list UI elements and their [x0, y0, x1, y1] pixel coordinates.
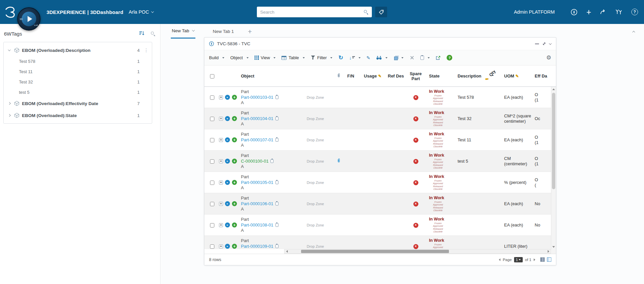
object-link[interactable]: C-0000100-01 — [241, 158, 268, 164]
col-header-ref-des[interactable]: Ref Des — [386, 73, 406, 78]
navigate-structure-icon[interactable]: ▸ — [225, 159, 230, 164]
export-button[interactable] — [436, 56, 441, 60]
row-checkbox[interactable] — [210, 202, 214, 206]
search-icon[interactable] — [364, 10, 369, 15]
horizontal-scrollbar[interactable] — [204, 249, 551, 254]
build-menu-button[interactable]: Build — [209, 55, 224, 60]
row-checkbox[interactable] — [210, 181, 214, 185]
col-header-qty[interactable]: Qty✎ — [483, 71, 503, 82]
navigate-structure-icon[interactable]: ▸ — [225, 116, 230, 121]
view-menu-button[interactable]: View — [255, 55, 276, 60]
object-menu-button[interactable]: Object — [230, 55, 249, 60]
find-button[interactable] — [376, 56, 387, 60]
3ds-logo[interactable] — [4, 6, 16, 19]
object-link[interactable]: Part-0000106-01 — [241, 201, 273, 207]
tab-new-tab-1[interactable]: New Tab 1 — [213, 29, 234, 34]
add-child-icon[interactable]: + — [232, 180, 237, 185]
object-link[interactable]: Part-0000107-01 — [241, 137, 273, 143]
object-link[interactable]: Part-0000104-01 — [241, 116, 273, 121]
table-row[interactable]: + ▸ + Part Part-0000103-01 A Drop Zone × — [204, 87, 551, 108]
add-child-icon[interactable]: + — [232, 116, 237, 121]
row-checkbox[interactable] — [210, 159, 214, 164]
col-header-attachments[interactable] — [331, 73, 346, 79]
disconnect-button[interactable] — [409, 55, 414, 60]
compass-icon[interactable] — [571, 9, 578, 16]
tag-group-description[interactable]: EBOM (Overloaded):Description 4 ⋮ — [4, 44, 152, 56]
navigate-structure-icon[interactable]: ▸ — [225, 180, 230, 185]
clipboard-icon[interactable] — [275, 181, 278, 184]
view-mode-split-icon[interactable] — [547, 257, 551, 262]
select-all-checkbox[interactable] — [210, 74, 214, 78]
add-child-icon[interactable]: + — [232, 159, 237, 164]
row-checkbox[interactable] — [210, 223, 214, 227]
tab-new-tab[interactable]: New Tab — [171, 24, 195, 39]
vertical-scrollbar-thumb[interactable] — [552, 93, 555, 189]
navigate-structure-icon[interactable]: ▸ — [225, 137, 230, 142]
sort-button[interactable]: ↓ — [349, 56, 361, 60]
col-header-description[interactable]: Description — [456, 73, 483, 79]
expand-row-icon[interactable]: + — [219, 181, 223, 185]
refresh-button[interactable]: ↻ — [338, 55, 343, 61]
prev-page-button[interactable] — [499, 258, 500, 261]
drop-zone[interactable]: Drop Zone — [307, 159, 324, 163]
object-link[interactable]: Part-0000108-01 — [241, 222, 273, 228]
compare-button[interactable] — [393, 56, 403, 60]
clipboard-icon[interactable] — [275, 202, 278, 206]
scroll-down-button[interactable] — [551, 244, 556, 249]
paperclip-icon[interactable] — [337, 158, 341, 163]
expand-row-icon[interactable]: + — [219, 223, 223, 227]
expand-row-icon[interactable]: + — [219, 159, 223, 163]
search-box[interactable] — [257, 7, 372, 17]
view-mode-single-icon[interactable] — [540, 257, 545, 262]
user-label[interactable]: Admin PLATFORM — [514, 9, 555, 15]
drop-zone[interactable]: Drop Zone — [307, 117, 324, 121]
drop-zone[interactable]: Drop Zone — [307, 202, 324, 206]
next-page-button[interactable] — [534, 258, 535, 261]
tag-sort-icon[interactable] — [139, 31, 145, 37]
col-header-uom[interactable]: UOM✎ — [503, 73, 533, 79]
tag-item[interactable]: Test 11 1 — [4, 67, 152, 77]
clipboard-icon[interactable] — [275, 117, 278, 120]
drop-zone[interactable]: Drop Zone — [307, 181, 324, 185]
expand-row-icon[interactable]: + — [219, 95, 223, 99]
table-row[interactable]: + ▸ + Part Part-0000106-01 A Drop Zone × — [204, 193, 551, 214]
navigate-structure-icon[interactable]: ▸ — [225, 95, 230, 100]
clipboard-icon[interactable] — [275, 244, 278, 248]
drop-zone[interactable]: Drop Zone — [307, 95, 324, 99]
tag-search-icon[interactable] — [151, 31, 156, 36]
scroll-right-button[interactable] — [546, 249, 551, 253]
scroll-up-button[interactable] — [551, 87, 556, 91]
table-row[interactable]: + ▸ + Part Part-0000105-01 A Drop Zone × — [204, 172, 551, 193]
settings-button[interactable]: ⚙ — [546, 55, 551, 61]
object-link[interactable]: Part-0000105-01 — [241, 180, 273, 185]
expand-row-icon[interactable]: + — [219, 117, 223, 121]
minimize-widget-button[interactable] — [535, 44, 539, 44]
expand-row-icon[interactable]: + — [219, 138, 223, 142]
row-checkbox[interactable] — [210, 95, 214, 100]
clipboard-icon[interactable] — [275, 223, 278, 227]
table-row[interactable]: + ▸ + Part Part-0000107-01 A Drop Zone × — [204, 129, 551, 151]
expand-row-icon[interactable]: + — [219, 244, 223, 248]
table-row[interactable]: + ▸ + Part Part-0000104-01 A Drop Zone × — [204, 108, 551, 129]
add-child-icon[interactable]: + — [232, 95, 237, 100]
share-icon[interactable] — [600, 9, 606, 15]
col-header-object[interactable]: Object — [240, 73, 299, 79]
table-row[interactable]: + ▸ + Part C-0000100-01 A Drop Zone — [204, 151, 551, 172]
scroll-left-button[interactable] — [284, 249, 289, 253]
add-content-icon[interactable]: + — [586, 8, 591, 16]
clipboard-icon[interactable] — [270, 159, 273, 163]
maximize-widget-button[interactable] — [542, 42, 546, 46]
col-header-usage[interactable]: Usage✎ — [363, 73, 386, 79]
clipboard-icon[interactable] — [275, 138, 278, 142]
tag-item[interactable]: Test 32 1 — [4, 77, 152, 87]
tag-group-effectivity-date[interactable]: EBOM (Overloaded):Effectivity Date 7 — [4, 97, 152, 109]
add-child-icon[interactable]: + — [232, 222, 237, 227]
dashboard-context-selector[interactable]: Arla POC — [129, 9, 154, 15]
widget-menu-button[interactable] — [549, 43, 551, 45]
navigate-structure-icon[interactable]: ▸ — [225, 222, 230, 227]
col-header-spare-part[interactable]: Spare Part — [406, 71, 426, 81]
tag-filter-button[interactable] — [375, 7, 387, 17]
clipboard-button[interactable] — [420, 56, 430, 60]
object-link[interactable]: Part-0000109-01 — [241, 243, 273, 249]
navigate-structure-icon[interactable]: ▸ — [225, 201, 230, 206]
